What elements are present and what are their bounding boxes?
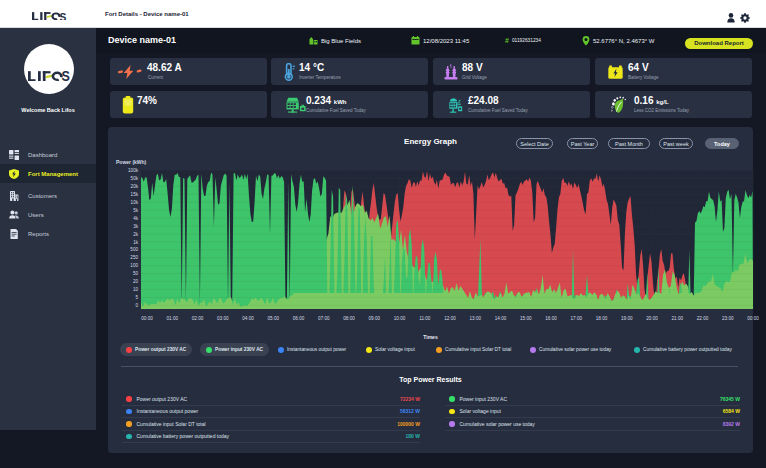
svg-text:10:00: 10:00 xyxy=(394,316,406,321)
svg-text:23:00: 23:00 xyxy=(722,316,734,321)
svg-text:14:00: 14:00 xyxy=(495,316,507,321)
svg-text:50: 50 xyxy=(133,271,139,276)
svg-text:04:00: 04:00 xyxy=(242,316,254,321)
svg-text:07:00: 07:00 xyxy=(318,316,330,321)
svg-text:5: 5 xyxy=(135,295,138,300)
svg-text:Power (kWh): Power (kWh) xyxy=(116,159,147,165)
svg-text:19:00: 19:00 xyxy=(621,316,633,321)
svg-text:00:00: 00:00 xyxy=(141,316,153,321)
svg-text:0: 0 xyxy=(135,303,138,308)
svg-text:5k: 5k xyxy=(133,208,139,213)
svg-text:09:00: 09:00 xyxy=(369,316,381,321)
svg-text:£: £ xyxy=(458,98,461,105)
svg-text:100: 100 xyxy=(130,263,138,268)
svg-text:13:00: 13:00 xyxy=(470,316,482,321)
svg-text:18:00: 18:00 xyxy=(596,316,608,321)
svg-text:11:00: 11:00 xyxy=(419,316,431,321)
svg-text:03:00: 03:00 xyxy=(217,316,229,321)
svg-text:250: 250 xyxy=(130,255,138,260)
svg-text:4k: 4k xyxy=(133,216,139,221)
svg-text:15k: 15k xyxy=(131,192,139,197)
svg-text:01:00: 01:00 xyxy=(167,316,179,321)
svg-text:2k: 2k xyxy=(133,232,139,237)
svg-text:06:00: 06:00 xyxy=(293,316,305,321)
svg-text:17:00: 17:00 xyxy=(571,316,583,321)
svg-text:15:00: 15:00 xyxy=(520,316,532,321)
svg-text:20k: 20k xyxy=(131,184,139,189)
svg-text:100k: 100k xyxy=(128,168,139,173)
svg-text:50k: 50k xyxy=(131,176,139,181)
svg-text:16:00: 16:00 xyxy=(545,316,557,321)
svg-text:S: S xyxy=(59,12,66,21)
svg-text:00:00: 00:00 xyxy=(747,316,759,321)
svg-text:22:00: 22:00 xyxy=(697,316,709,321)
svg-text:10: 10 xyxy=(133,287,139,292)
svg-text:S: S xyxy=(61,71,69,82)
svg-text:1k: 1k xyxy=(133,240,139,245)
svg-text:500: 500 xyxy=(130,247,138,252)
svg-text:20:00: 20:00 xyxy=(646,316,658,321)
svg-text:10k: 10k xyxy=(131,200,139,205)
svg-text:20: 20 xyxy=(133,279,139,284)
svg-text:08:00: 08:00 xyxy=(343,316,355,321)
svg-text:05:00: 05:00 xyxy=(268,316,280,321)
svg-text:12:00: 12:00 xyxy=(444,316,456,321)
svg-text:3k: 3k xyxy=(133,224,139,229)
svg-text:02:00: 02:00 xyxy=(192,316,204,321)
svg-text:21:00: 21:00 xyxy=(672,316,684,321)
